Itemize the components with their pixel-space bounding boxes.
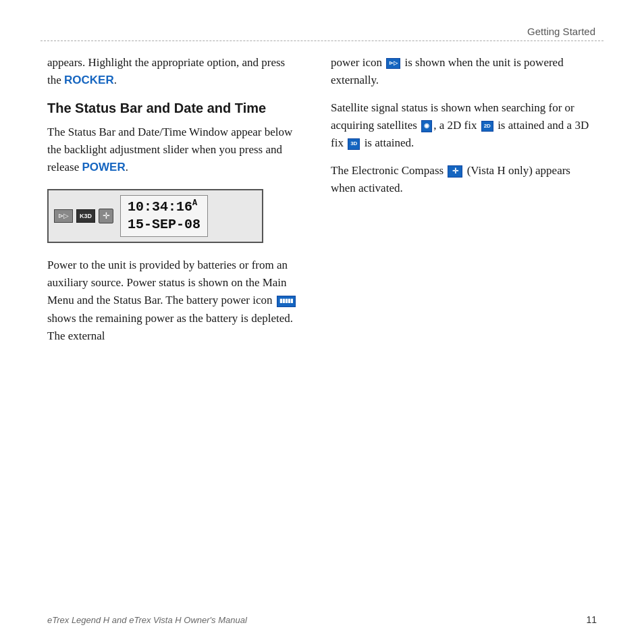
manual-title: eTrex Legend H and eTrex Vista H Owner's…	[47, 615, 247, 625]
power-label: POWER	[82, 161, 125, 173]
2d-fix-icon: 2D	[481, 121, 493, 132]
page-header: Getting Started	[527, 26, 595, 37]
battery-icon: ▮▮▮▮▮	[277, 296, 296, 306]
section-title: Getting Started	[527, 26, 595, 37]
ext-power-paragraph: power icon ⊳▷ is shown when the unit is …	[331, 54, 594, 90]
rocker-label: ROCKER	[64, 74, 114, 86]
ext-power-icon: ⊳▷	[54, 209, 73, 223]
power-paragraph: Power to the unit is provided by batteri…	[47, 257, 297, 346]
3d-fix-inline-icon: 3D	[348, 138, 360, 149]
right-column: power icon ⊳▷ is shown when the unit is …	[331, 54, 594, 207]
satellite-icon: ◉	[421, 120, 432, 132]
power-text-2: shows the remaining power as the battery…	[47, 312, 293, 342]
intro-paragraph: appears. Highlight the appropriate optio…	[47, 54, 297, 90]
status-bar-image: ⊳▷ K3D ✛ 10:34:16A 15-SEP-08	[47, 189, 263, 243]
satellite-text-4: is attained.	[361, 136, 414, 149]
ext-power-inline-icon: ⊳▷	[386, 58, 400, 69]
left-column: appears. Highlight the appropriate optio…	[47, 54, 297, 354]
ext-power-text-1: power icon	[331, 56, 385, 69]
page-footer: eTrex Legend H and eTrex Vista H Owner's…	[47, 614, 597, 625]
date-display: 15-SEP-08	[128, 216, 200, 234]
satellite-paragraph: Satellite signal status is shown when se…	[331, 99, 594, 153]
time-display: 10:34:16A	[128, 198, 200, 216]
page-number: 11	[586, 614, 597, 625]
compass-inline-icon: ✛	[448, 165, 462, 178]
top-border	[41, 41, 603, 41]
section-heading: The Status Bar and Date and Time	[47, 99, 297, 117]
compass-icon-statusbar: ✛	[99, 209, 113, 223]
status-bar-icons: ⊳▷ K3D ✛	[54, 209, 113, 223]
time-date-display: 10:34:16A 15-SEP-08	[120, 195, 208, 237]
compass-text-1: The Electronic Compass	[331, 164, 446, 177]
section-body-paragraph: The Status Bar and Date/Time Window appe…	[47, 124, 297, 177]
compass-paragraph: The Electronic Compass ✛ (Vista H only) …	[331, 162, 594, 198]
3d-fix-icon: K3D	[76, 209, 95, 223]
page-container: Getting Started appears. Highlight the a…	[0, 0, 644, 644]
satellite-text-2: , a 2D fix	[433, 119, 479, 132]
power-text-1: Power to the unit is provided by batteri…	[47, 259, 288, 307]
